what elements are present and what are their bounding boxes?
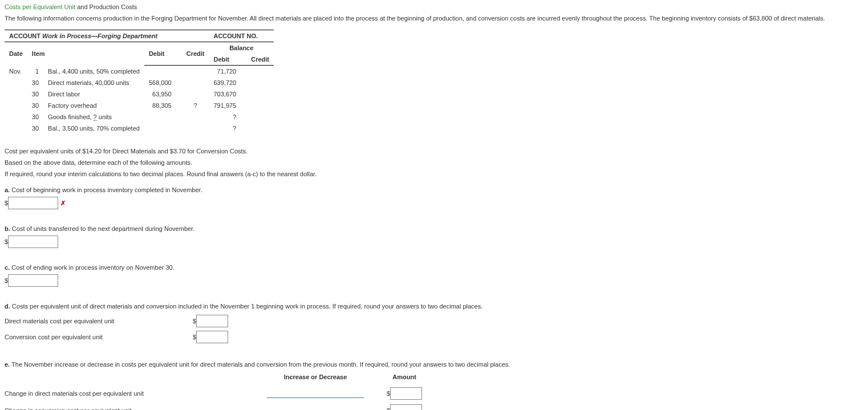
e-col-incdec: Increase or Decrease bbox=[267, 371, 387, 385]
table-row: Nov. 1 Bal., 4,400 units, 50% completed … bbox=[5, 66, 274, 78]
table-row: 30 Bal., 3,500 units, 70% completed ? bbox=[5, 123, 274, 134]
question-d: d. Costs per equivalent unit of direct m… bbox=[5, 303, 863, 310]
title-green: Costs per Equivalent Unit bbox=[5, 3, 75, 10]
answer-e-dm-amount[interactable] bbox=[390, 387, 422, 400]
question-e-table: Increase or Decrease Amount Change in di… bbox=[5, 371, 445, 410]
note-rounding: If required, round your interim calculat… bbox=[5, 171, 863, 177]
col-debit: Debit bbox=[144, 42, 182, 66]
note-cost-per-eu: Cost per equivalent units of $14.20 for … bbox=[5, 148, 863, 155]
table-row: 30 Direct labor 63,950 703,670 bbox=[5, 88, 274, 100]
col-bal-credit: Credit bbox=[246, 54, 274, 66]
answer-d-dm-input[interactable] bbox=[196, 315, 228, 327]
question-c: c. Cost of ending work in process invent… bbox=[5, 264, 863, 271]
e-conv-label: Change in conversion cost per equivalent… bbox=[5, 402, 267, 410]
table-row: 30 Factory overhead 88,305 ? 791,975 bbox=[5, 100, 274, 111]
incorrect-icon: ✗ bbox=[60, 200, 66, 206]
d-conv-label: Conversion cost per equivalent unit bbox=[5, 329, 193, 345]
col-bal-debit: Debit bbox=[209, 54, 246, 66]
note-based-on: Based on the above data, determine each … bbox=[5, 159, 863, 166]
table-row: 30 Goods finished, ? units ? bbox=[5, 111, 274, 123]
page-title: Costs per Equivalent Unit and Production… bbox=[5, 3, 863, 10]
answer-b-input[interactable] bbox=[8, 236, 58, 248]
col-date: Date bbox=[5, 42, 27, 66]
e-col-amount: Amount bbox=[387, 371, 445, 385]
col-credit: Credit bbox=[182, 42, 209, 66]
account-no-header: ACCOUNT NO. bbox=[209, 30, 274, 42]
e-dm-label: Change in direct materials cost per equi… bbox=[5, 385, 267, 402]
answer-a-input[interactable] bbox=[8, 197, 58, 209]
title-rest: and Production Costs bbox=[75, 3, 137, 10]
answer-c-input[interactable] bbox=[8, 274, 58, 287]
question-a: a. Cost of beginning work in process inv… bbox=[5, 186, 863, 193]
ledger-table: ACCOUNT Work in Process—Forging Departme… bbox=[5, 30, 274, 134]
question-b: b. Cost of units transferred to the next… bbox=[5, 225, 863, 232]
table-row: 30 Direct materials, 40,000 units 568,00… bbox=[5, 77, 274, 88]
answer-e-conv-amount[interactable] bbox=[390, 404, 422, 410]
e-dm-incdec-dropdown[interactable] bbox=[267, 389, 364, 398]
question-e: e. The November increase or decrease in … bbox=[5, 361, 863, 368]
answer-b-row: $ bbox=[5, 236, 863, 248]
answer-c-row: $ bbox=[5, 274, 863, 287]
col-item: Item bbox=[27, 42, 144, 66]
answer-d-conv-input[interactable] bbox=[196, 331, 228, 343]
account-header: ACCOUNT Work in Process—Forging Departme… bbox=[5, 30, 209, 42]
d-dm-label: Direct materials cost per equivalent uni… bbox=[5, 313, 193, 329]
answer-a-row: $✗ bbox=[5, 197, 863, 209]
question-d-table: Direct materials cost per equivalent uni… bbox=[5, 313, 234, 345]
intro-paragraph: The following information concerns produ… bbox=[5, 15, 863, 22]
col-balance: Balance bbox=[209, 42, 274, 54]
e-conv-incdec-dropdown[interactable] bbox=[267, 407, 364, 411]
